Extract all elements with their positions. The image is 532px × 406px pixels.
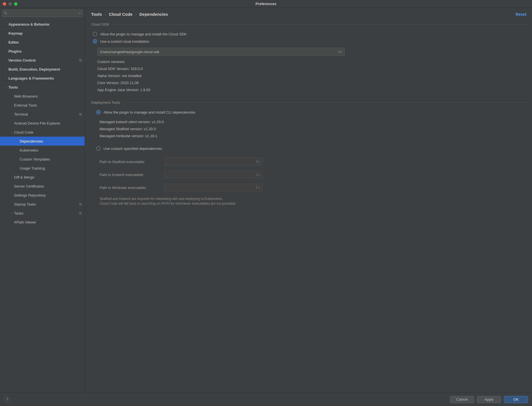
sidebar-item-usage-tracking[interactable]: Usage Tracking [0,164,85,173]
close-window-button[interactable] [3,2,6,6]
radio-label: Allow the plugin to manage and install t… [100,32,187,36]
chevron-down-icon[interactable] [79,12,81,14]
window-controls [0,2,17,6]
sidebar-item-external-tools[interactable]: External Tools [0,101,85,110]
sidebar-item-adfe[interactable]: Android Device File Explorer [0,119,85,128]
sidebar-item-tools[interactable]: ⌄ Tools [0,83,85,92]
chevron-right-icon: › [105,12,106,16]
sidebar-item-label: Usage Tracking [20,166,45,170]
kubectl-path-label: Path to Kubectl executable: [100,173,164,177]
section-title: Cloud SDK [91,22,112,26]
sidebar-item-tasks[interactable]: › Tasks ⧉ [0,209,85,218]
project-level-icon: ⧉ [79,211,82,215]
sidebar-item-label: Tasks [14,211,23,215]
help-button[interactable]: ? [4,396,11,403]
sidebar-item-label: Appearance & Behavior [8,22,50,26]
core-version: Core Version: 2020.11.06 [97,81,526,85]
folder-icon[interactable] [256,160,260,164]
breadcrumb-cloud-code[interactable]: Cloud Code [109,12,132,17]
sidebar-item-kubernetes[interactable]: Kubernetes [0,146,85,155]
apply-button[interactable]: Apply [477,396,501,403]
ok-button[interactable]: OK [504,396,528,403]
alpha-version: Alpha Version: not installed [97,74,526,78]
sidebar-item-editor[interactable]: › Editor [0,38,85,47]
folder-icon[interactable] [256,186,260,190]
sidebar-item-web-browsers[interactable]: Web Browsers [0,92,85,101]
settings-tree: › Appearance & Behavior Keymap › Editor … [0,19,85,393]
custom-versions-label: Custom versions [97,60,526,64]
skaffold-version: Managed Skaffold version: v1.20.0 [100,127,526,131]
divider [123,102,526,103]
svg-point-0 [4,12,6,14]
sidebar-item-label: Settings Repository [14,193,46,197]
sidebar-item-label: Cloud Code [14,130,33,134]
sidebar-item-label: Android Device File Explorer [14,121,60,125]
sidebar-item-label: Dependencies [20,139,43,143]
chevron-right-icon: › [10,176,14,179]
sidebar-item-languages[interactable]: › Languages & Frameworks [0,74,85,83]
help-icon: ? [6,397,8,402]
divider [112,24,526,24]
sidebar-item-appearance[interactable]: › Appearance & Behavior [0,20,85,29]
sidebar-item-label: Plugins [8,49,22,53]
minikube-version: Managed minikube version: v1.18.1 [100,134,526,138]
project-level-icon: ⧉ [79,58,82,62]
chevron-right-icon: › [4,23,8,26]
minikube-path-input[interactable] [164,184,263,191]
sidebar-item-custom-templates[interactable]: Custom Templates [0,155,85,164]
footer: ? Cancel Apply OK [0,393,532,406]
search-box[interactable] [2,10,83,17]
kubectl-version: Managed kubectl client version: v1.20.0 [100,120,526,124]
sidebar-item-terminal[interactable]: Terminal ⧉ [0,110,85,119]
sidebar-item-label: Startup Tasks [14,202,36,206]
folder-icon[interactable] [256,173,260,177]
sdk-path-field[interactable] [100,50,338,54]
sidebar-item-keymap[interactable]: Keymap [0,29,85,38]
chevron-right-icon: › [4,41,8,44]
project-level-icon: ⧉ [79,202,82,206]
sidebar-item-dependencies[interactable]: Dependencies [0,137,85,146]
minikube-path-field[interactable] [167,186,256,190]
radio-dep-managed[interactable]: Allow the plugin to manage and install C… [91,109,526,116]
sidebar-item-startup-tasks[interactable]: Startup Tasks ⧉ [0,200,85,209]
project-level-icon: ⧉ [79,112,82,116]
appengine-version: App Engine Java Version: 1.9.83 [97,88,526,92]
search-input[interactable] [9,11,79,15]
sidebar-item-cloud-code[interactable]: ⌄ Cloud Code [0,128,85,137]
radio-sdk-managed[interactable]: Allow the plugin to manage and install t… [91,30,526,38]
radio-label: Use a custom local installation [100,39,149,44]
sidebar-item-settings-repo[interactable]: Settings Repository [0,191,85,200]
sidebar-item-build[interactable]: › Build, Execution, Deployment [0,65,85,74]
skaffold-path-field[interactable] [167,160,256,164]
reset-link[interactable]: Reset [516,12,526,17]
hint-line: Cloud Code will fall back to searching o… [100,201,526,206]
sidebar-item-label: Web Browsers [14,94,38,98]
sidebar-item-label: Tools [8,85,18,89]
skaffold-path-label: Path to Skaffold executable: [100,160,164,164]
svg-line-1 [6,14,7,15]
sidebar-item-label: Version Control [8,58,36,62]
sidebar-item-version-control[interactable]: › Version Control ⧉ [0,56,85,65]
sidebar-item-label: Terminal [14,112,28,116]
cancel-button[interactable]: Cancel [450,396,474,403]
radio-dep-custom[interactable]: Use custom specified dependencies [91,145,526,152]
kubectl-path-input[interactable] [164,171,263,179]
breadcrumb-tools[interactable]: Tools [91,12,102,17]
chevron-right-icon: › [10,212,14,215]
sidebar-item-server-certs[interactable]: Server Certificates [0,182,85,191]
kubectl-path-field[interactable] [167,173,256,177]
search-icon [4,11,8,15]
minimize-window-button[interactable] [8,2,12,6]
hint-line: Skaffold and Kubectl are required for in… [100,197,526,201]
folder-icon[interactable] [338,50,342,54]
sidebar-item-plugins[interactable]: Plugins [0,47,85,56]
sidebar-item-diff-merge[interactable]: › Diff & Merge [0,173,85,182]
radio-sdk-custom[interactable]: Use a custom local installation [91,38,526,45]
sidebar-item-label: Editor [8,40,19,44]
sidebar-item-label: Build, Execution, Deployment [8,67,60,71]
section-title: Deployment Tools [91,100,123,105]
maximize-window-button[interactable] [14,2,17,6]
skaffold-path-input[interactable] [164,158,263,166]
sidebar-item-xpath[interactable]: XPath Viewer [0,218,85,227]
sdk-path-input[interactable] [97,48,345,56]
